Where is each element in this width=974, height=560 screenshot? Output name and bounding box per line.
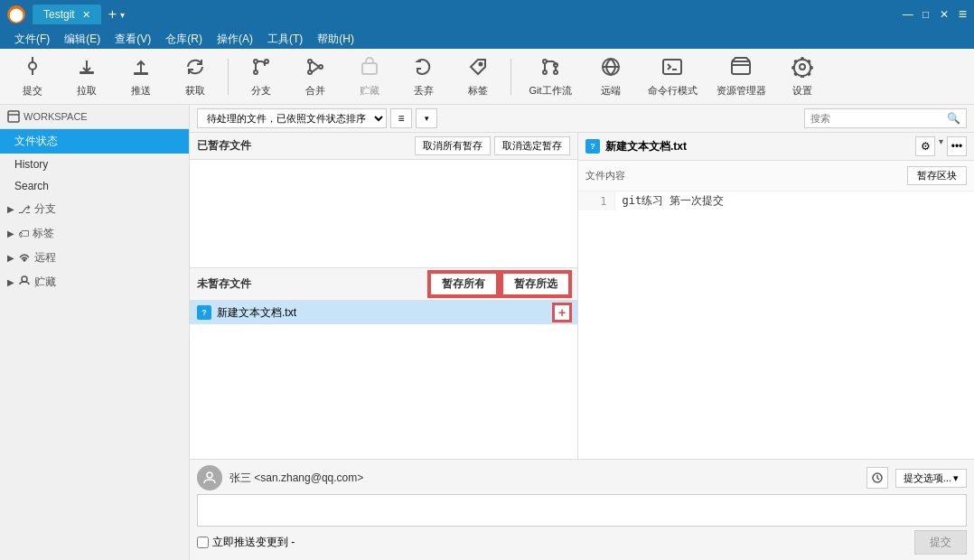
fetch-icon <box>184 56 206 82</box>
push-after-commit-checkbox[interactable]: 立即推送变更到 - <box>197 535 914 550</box>
commit-history-button[interactable] <box>866 467 888 489</box>
stage-file-button[interactable]: + <box>554 304 570 321</box>
stage-chunk-button[interactable]: 暂存区块 <box>907 166 967 185</box>
toolbar-discard-button[interactable]: 丢弃 <box>398 52 449 101</box>
menu-repo[interactable]: 仓库(R) <box>158 29 210 49</box>
file-content-name: 新建文本文档.txt <box>605 139 915 154</box>
commit-button[interactable]: 提交 <box>914 530 967 555</box>
sidebar-section-stash[interactable]: ▶ 贮藏 <box>0 270 189 294</box>
svg-point-11 <box>308 70 312 74</box>
push-label: 立即推送变更到 - <box>212 535 295 550</box>
svg-rect-25 <box>8 111 19 122</box>
toolbar-merge-button[interactable]: 合并 <box>290 52 341 101</box>
svg-point-28 <box>22 276 27 282</box>
commit-user-row: 张三 <san.zhang@qq.com> 提交选项... ▾ <box>197 465 967 490</box>
chevron-right-icon: ▶ <box>7 253 14 263</box>
close-button[interactable]: ✕ <box>937 7 951 22</box>
sidebar-section-remote[interactable]: ▶ 远程 <box>0 246 189 270</box>
filter-dropdown-button[interactable]: ▾ <box>416 108 437 128</box>
stage-selected-button[interactable]: 暂存所选 <box>501 272 570 296</box>
search-input[interactable] <box>810 113 947 124</box>
menu-edit[interactable]: 编辑(E) <box>57 29 108 49</box>
stage-all-button[interactable]: 暂存所有 <box>429 272 498 296</box>
sidebar-section-tag[interactable]: ▶ 🏷 标签 <box>0 221 189 246</box>
toolbar-tag-button[interactable]: 标签 <box>453 52 503 101</box>
toolbar-branch-button[interactable]: 分支 <box>236 52 286 101</box>
file-content-area: 1 git练习 第一次提交 <box>578 191 974 459</box>
toolbar-remote-button[interactable]: 远端 <box>585 52 636 101</box>
tab-close-icon[interactable]: ✕ <box>82 9 90 21</box>
svg-point-14 <box>480 62 482 65</box>
remote-section-icon <box>18 250 31 266</box>
explorer-icon <box>730 56 752 82</box>
menu-bar: 文件(F) 编辑(E) 查看(V) 仓库(R) 操作(A) 工具(T) 帮助(H… <box>0 29 974 49</box>
svg-point-7 <box>254 60 258 63</box>
settings-icon <box>791 56 813 82</box>
maximize-button[interactable]: □ <box>919 7 933 22</box>
unstage-all-button[interactable]: 取消所有暂存 <box>415 136 491 155</box>
commit-footer: 立即推送变更到 - 提交 <box>197 530 967 555</box>
file-content-table: 1 git练习 第一次提交 <box>578 191 974 210</box>
stash-section-icon <box>18 275 31 290</box>
toolbar-settings-button[interactable]: 设置 <box>777 52 828 101</box>
unstaged-file-row[interactable]: ? 新建文本文档.txt + <box>190 301 577 324</box>
gear-arrow: ▾ <box>939 136 943 156</box>
menu-action[interactable]: 操作(A) <box>210 29 260 49</box>
svg-point-24 <box>800 64 805 70</box>
toolbar-stash-button[interactable]: 贮藏 <box>344 52 395 101</box>
file-content-line: 1 git练习 第一次提交 <box>578 191 974 210</box>
menu-file[interactable]: 文件(F) <box>7 29 57 49</box>
branch-section-icon: ⎇ <box>18 203 31 216</box>
title-bar: ⬤ Testgit ✕ + ▾ — □ ✕ ≡ <box>0 0 974 29</box>
svg-point-15 <box>543 60 547 63</box>
sidebar-section-branch[interactable]: ▶ ⎇ 分支 <box>0 197 189 221</box>
remote-icon <box>600 56 622 82</box>
file-content-label-row: 文件内容 暂存区块 <box>578 161 974 191</box>
commit-area: 张三 <san.zhang@qq.com> 提交选项... ▾ 立即推送变更到 … <box>190 459 974 560</box>
file-content-more-button[interactable]: ••• <box>947 136 967 156</box>
push-checkbox-input[interactable] <box>197 537 209 548</box>
commit-message-box[interactable] <box>197 494 967 527</box>
unstage-selected-button[interactable]: 取消选定暂存 <box>494 136 570 155</box>
branch-icon <box>250 56 272 82</box>
svg-point-18 <box>554 70 557 74</box>
toolbar-explorer-button[interactable]: 资源管理器 <box>708 52 773 101</box>
menu-tools[interactable]: 工具(T) <box>260 29 310 49</box>
pull-icon <box>76 55 98 82</box>
commit-options-button[interactable]: 提交选项... ▾ <box>895 469 967 488</box>
hamburger-menu-icon[interactable]: ≡ <box>959 6 967 23</box>
terminal-icon <box>661 56 683 82</box>
svg-rect-4 <box>80 71 94 74</box>
toolbar-fetch-button[interactable]: 获取 <box>170 52 220 101</box>
staged-title: 已暂存文件 <box>197 138 411 154</box>
tab-testgit[interactable]: Testgit ✕ <box>33 5 101 24</box>
app-icon: ⬤ <box>7 5 25 23</box>
filter-list-button[interactable]: ≡ <box>390 108 412 128</box>
user-avatar <box>197 465 222 490</box>
file-content-gear-button[interactable]: ⚙ <box>915 136 935 156</box>
sidebar-item-history[interactable]: History <box>0 154 189 175</box>
push-icon <box>130 56 152 82</box>
search-box: 🔍 <box>804 108 967 128</box>
new-tab-button[interactable]: + <box>108 6 117 23</box>
toolbar-commit-button[interactable]: 提交 <box>7 52 58 101</box>
menu-help[interactable]: 帮助(H) <box>310 29 361 49</box>
commit-icon <box>22 55 43 82</box>
svg-rect-21 <box>663 60 681 74</box>
split-pane: 已暂存文件 取消所有暂存 取消选定暂存 未暂存文件 暂存所有 暂存所选 <box>190 133 974 459</box>
minimize-button[interactable]: — <box>901 7 915 22</box>
stash-icon <box>359 56 380 82</box>
toolbar-push-button[interactable]: 推送 <box>116 52 166 101</box>
sidebar-item-file-status[interactable]: 文件状态 <box>0 129 189 154</box>
staged-files-area <box>190 160 577 268</box>
toolbar-pull-button[interactable]: 拉取 <box>61 52 112 101</box>
filter-select[interactable]: 待处理的文件，已依照文件状态排序 <box>197 108 387 128</box>
toolbar-gitflow-button[interactable]: Git工作流 <box>519 52 582 101</box>
menu-view[interactable]: 查看(V) <box>108 29 158 49</box>
svg-point-8 <box>254 70 258 74</box>
file-content-status-icon: ? <box>585 139 600 154</box>
tab-arrow-icon[interactable]: ▾ <box>120 10 125 20</box>
sidebar-item-search[interactable]: Search <box>0 175 189 197</box>
toolbar-terminal-button[interactable]: 命令行模式 <box>640 52 705 101</box>
line-code: git练习 第一次提交 <box>614 191 974 210</box>
